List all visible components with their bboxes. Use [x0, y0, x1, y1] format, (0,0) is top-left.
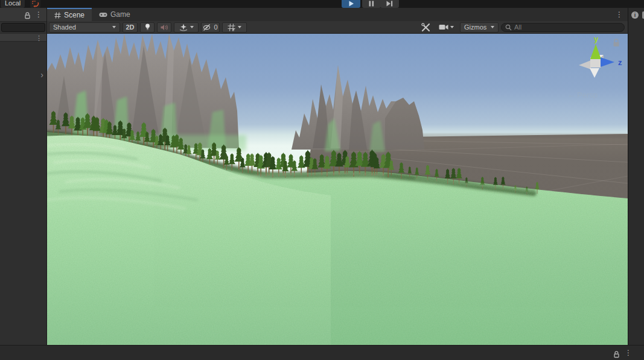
hidden-count: 0: [214, 24, 217, 31]
step-button[interactable]: [380, 0, 399, 8]
chevron-down-icon: [491, 26, 494, 28]
chevron-down-icon: [238, 26, 241, 28]
subpanel-menu-icon[interactable]: ⋮: [36, 34, 42, 42]
local-label: Local: [5, 0, 21, 7]
speaker-icon: [161, 24, 168, 31]
left-panel-subheader: ⋮: [0, 33, 46, 42]
unity-editor-window: Local: [0, 0, 644, 360]
scene-view-menu-icon[interactable]: ⋮: [616, 11, 623, 18]
pivot-orientation-button[interactable]: Local: [1, 0, 25, 8]
scene-lighting-button[interactable]: [140, 22, 155, 33]
grid-icon: [228, 24, 235, 31]
draw-mode-dropdown[interactable]: Shaded: [49, 22, 120, 33]
tab-scene-label: Scene: [64, 11, 84, 19]
play-icon: [348, 1, 354, 7]
pause-icon: [369, 1, 374, 7]
lock-icon[interactable]: [24, 11, 31, 22]
tab-game-label: Game: [110, 10, 130, 19]
scene-search-field[interactable]: [501, 23, 625, 32]
main-toolbar: Local: [0, 0, 644, 8]
grid-snap-button[interactable]: [30, 0, 40, 8]
play-button[interactable]: [342, 0, 360, 8]
pause-button[interactable]: [362, 0, 381, 8]
scene-viewport[interactable]: y z ← Persp: [47, 34, 628, 345]
axis-z-label: z: [618, 58, 622, 67]
persp-arrow-icon[interactable]: ←: [567, 90, 575, 99]
scene-tools-button[interactable]: [419, 22, 432, 33]
scene-grid-icon: [54, 12, 61, 19]
draw-mode-label: Shaded: [53, 24, 76, 31]
grid-snap-icon: [31, 1, 39, 8]
scene-audio-button[interactable]: [157, 22, 171, 33]
left-panel-header: ⋮: [0, 8, 46, 22]
scene-visibility-button[interactable]: 0: [201, 22, 220, 33]
gizmos-label: Gizmos: [464, 24, 486, 31]
axis-y-label: y: [594, 34, 599, 43]
search-icon: [505, 24, 512, 31]
scene-panel: Scene Game ⋮ Shaded 2D: [47, 8, 628, 345]
scene-toolbar: Shaded 2D: [47, 21, 628, 34]
gizmos-dropdown[interactable]: Gizmos: [460, 22, 499, 33]
right-strip: i: [628, 8, 644, 345]
gizmo-cube-front: [590, 58, 601, 68]
viewport-container: y z ← Persp: [47, 34, 628, 345]
panel-menu-icon[interactable]: ⋮: [35, 11, 42, 18]
chevron-down-icon: [112, 26, 116, 28]
scene-effects-dropdown[interactable]: [174, 22, 199, 33]
lock-icon[interactable]: [613, 350, 620, 360]
chevron-down-icon: [190, 26, 194, 28]
camera-icon: [439, 24, 448, 30]
panel-field[interactable]: [1, 23, 45, 32]
bottom-bar: ⋮: [0, 345, 644, 360]
bottom-menu-icon[interactable]: ⋮: [625, 349, 632, 356]
camera-settings-dropdown[interactable]: [435, 22, 457, 33]
toggle-2d-button[interactable]: 2D: [123, 22, 138, 33]
left-panel: ⋮ ⋮ ›: [0, 8, 47, 345]
tab-game[interactable]: Game: [92, 8, 138, 21]
persp-label[interactable]: Persp: [577, 90, 598, 99]
lightbulb-icon: [145, 24, 150, 31]
eye-hidden-icon: [203, 24, 211, 31]
info-icon[interactable]: i: [631, 11, 639, 19]
effects-star-icon: [179, 24, 188, 31]
scene-search-input[interactable]: [514, 24, 620, 31]
chevron-down-icon: [450, 26, 454, 28]
tools-icon: [421, 23, 430, 32]
foldout-chevron-icon[interactable]: ›: [40, 71, 43, 79]
left-panel-body: ›: [0, 42, 46, 344]
step-icon: [386, 1, 393, 7]
grid-visibility-dropdown[interactable]: [222, 22, 247, 33]
toggle-2d-label: 2D: [126, 24, 134, 31]
gamepad-icon: [99, 12, 107, 17]
tab-bar: Scene Game ⋮: [47, 8, 628, 21]
tab-scene[interactable]: Scene: [47, 8, 92, 21]
